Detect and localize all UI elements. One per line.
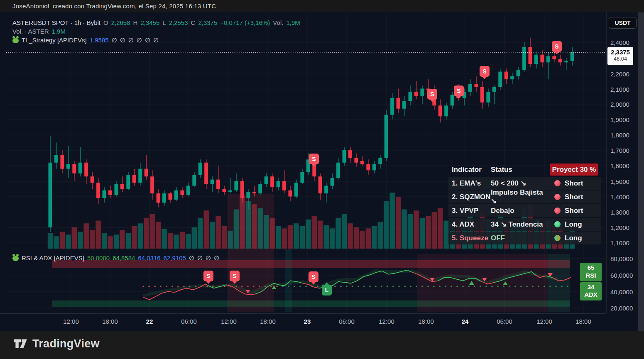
signal-dot-icon bbox=[554, 194, 561, 200]
rsi-line-segment bbox=[149, 296, 156, 300]
rsi-midline-dot bbox=[485, 286, 487, 287]
legend-segment: H bbox=[133, 19, 138, 26]
short-signal-marker[interactable]: S bbox=[454, 85, 464, 96]
rsi-midline-dot bbox=[456, 286, 458, 287]
long-signal-marker[interactable]: L bbox=[322, 285, 332, 296]
volume-bar bbox=[312, 216, 317, 249]
legend-segment: Vol. · ASTER bbox=[12, 28, 49, 35]
volume-bar bbox=[156, 222, 161, 249]
candle-body bbox=[300, 172, 304, 183]
tradingview-brand[interactable]: TradingView bbox=[12, 336, 100, 352]
rsi-line-segment bbox=[388, 274, 394, 274]
signal-cell: Short bbox=[550, 179, 598, 188]
tradingview-brand-name: TradingView bbox=[32, 337, 100, 350]
candle-body bbox=[150, 176, 154, 193]
time-axis-label: 12:00 bbox=[536, 318, 552, 325]
rsi-midline-dot bbox=[154, 286, 156, 287]
volume-bar bbox=[126, 233, 131, 249]
volume-bar bbox=[318, 221, 323, 249]
signal-table-header: IndicatorStatusProyect 30 % bbox=[448, 163, 601, 176]
signal-table-row: 2. SQZMONImpulso Bajista ↘Short bbox=[448, 190, 601, 203]
legend-segment: ∅ bbox=[197, 254, 203, 261]
indicator-status: Debajo bbox=[491, 207, 550, 215]
pane-separator-main-rsi[interactable] bbox=[0, 251, 606, 251]
rsi-midline-dot bbox=[538, 286, 539, 287]
price-axis-label: 2,2000 bbox=[610, 71, 629, 78]
legend-segment: 2,2658 bbox=[111, 19, 130, 26]
volume-bar bbox=[90, 230, 95, 249]
candle-body bbox=[571, 52, 574, 61]
volume-bar bbox=[426, 216, 431, 249]
volume-bar bbox=[168, 233, 173, 249]
rsi-midline-dot bbox=[561, 286, 563, 287]
rsi-midline-dot bbox=[410, 286, 411, 287]
candle-body bbox=[252, 192, 256, 193]
volume-bar bbox=[60, 232, 65, 249]
rsi-midline-dot bbox=[148, 286, 150, 287]
symbol-legend[interactable]: ASTERUSDT SPOT · 1h · BybitO2,2658H2,345… bbox=[12, 19, 303, 26]
rsi-midline-dot bbox=[334, 286, 336, 287]
legend-segment: TL_Strategy [APIDEVs] bbox=[22, 37, 87, 44]
short-signal-marker[interactable]: S bbox=[309, 154, 319, 164]
candle-body bbox=[258, 184, 262, 193]
volume-bar bbox=[48, 233, 53, 249]
volume-bar bbox=[330, 228, 335, 249]
legend-segment: ∅ bbox=[120, 37, 125, 44]
time-axis-label: 24 bbox=[462, 318, 469, 325]
pane-separator-rsi-time[interactable] bbox=[0, 313, 606, 314]
legend-segment: C bbox=[191, 19, 196, 26]
short-signal-marker[interactable]: S bbox=[203, 271, 213, 281]
signal-dot-icon bbox=[554, 221, 561, 227]
legend-segment: Vol. bbox=[273, 19, 283, 26]
candle-body bbox=[186, 186, 190, 195]
rsi-midline-dot bbox=[369, 286, 371, 287]
time-axis-label: 06:00 bbox=[497, 318, 512, 325]
rsi-midline-dot bbox=[468, 286, 470, 287]
candle-body bbox=[138, 169, 142, 183]
price-axis-label: 1,2000 bbox=[610, 224, 629, 231]
volume-bar bbox=[354, 227, 359, 249]
volume-bar bbox=[234, 210, 239, 249]
short-signal-marker[interactable]: S bbox=[309, 271, 318, 282]
short-signal-marker[interactable]: S bbox=[480, 66, 490, 77]
candle-body bbox=[223, 189, 226, 192]
volume-bar bbox=[84, 223, 89, 249]
rsi-midline-dot bbox=[439, 286, 441, 287]
short-signal-marker[interactable]: S bbox=[230, 271, 240, 281]
volume-bar bbox=[438, 208, 443, 249]
currency-usdt-button[interactable]: USDT bbox=[609, 17, 637, 29]
header-status: Status bbox=[491, 166, 550, 174]
legend-segment: ∅ bbox=[145, 37, 150, 44]
rsi-midline-dot bbox=[398, 286, 400, 287]
price-axis-label: 80,0000 bbox=[610, 255, 633, 262]
rsi-midline-dot bbox=[497, 286, 499, 287]
candle-body bbox=[360, 161, 364, 164]
frog-emoji-icon bbox=[12, 256, 19, 261]
rsi-adx-legend[interactable]: RSI & ADX [APIDEVS]50,000064,858464,0316… bbox=[12, 254, 222, 262]
volume-legend[interactable]: Vol. · ASTER1,9M bbox=[12, 28, 69, 35]
candle-body bbox=[180, 190, 184, 195]
time-axis-label: 23 bbox=[304, 318, 311, 325]
time-axis-label: 18:00 bbox=[418, 318, 434, 325]
candle-body bbox=[282, 181, 286, 190]
rsi-midline-dot bbox=[387, 286, 388, 287]
candle-body bbox=[289, 190, 292, 197]
candle-body bbox=[66, 164, 70, 169]
volume-bar bbox=[378, 222, 383, 249]
indicator-name: 4. ADX bbox=[448, 220, 491, 229]
short-signal-marker[interactable]: S bbox=[427, 89, 437, 100]
candle-body bbox=[318, 176, 322, 193]
candle-body bbox=[234, 181, 238, 190]
legend-segment: RSI & ADX [APIDEVS] bbox=[22, 254, 84, 261]
time-axis-label: 06:00 bbox=[181, 318, 197, 325]
rsi-adx-value-badges: 65RSI34ADX bbox=[580, 263, 602, 300]
rsi-midline-dot bbox=[305, 286, 307, 287]
candle-body bbox=[126, 175, 130, 188]
price-axis-label: 1,1000 bbox=[610, 239, 629, 247]
volume-bar bbox=[180, 232, 185, 249]
short-signal-marker[interactable]: S bbox=[552, 41, 562, 52]
time-axis-label: 18:00 bbox=[102, 318, 118, 325]
rsi-midline-dot bbox=[503, 286, 504, 287]
strategy-legend[interactable]: TL_Strategy [APIDEVs]1,9585∅∅∅∅∅∅ bbox=[12, 37, 162, 44]
chart-region[interactable]: ASTERUSDT SPOT · 1h · BybitO2,2658H2,345… bbox=[0, 12, 644, 331]
